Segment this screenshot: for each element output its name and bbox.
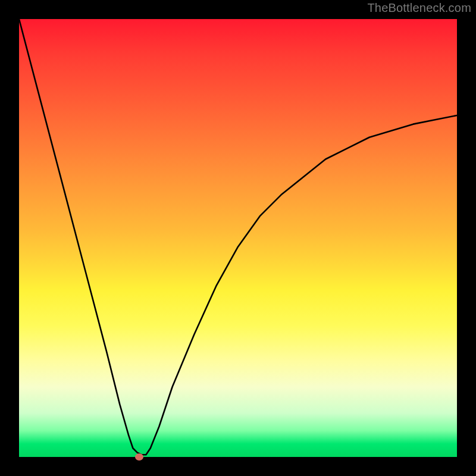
chart-curve — [19, 19, 457, 457]
marker-dot — [135, 453, 143, 461]
attribution-label: TheBottleneck.com — [367, 1, 471, 15]
chart-frame: TheBottleneck.com — [0, 0, 476, 476]
plot-area — [19, 19, 457, 457]
